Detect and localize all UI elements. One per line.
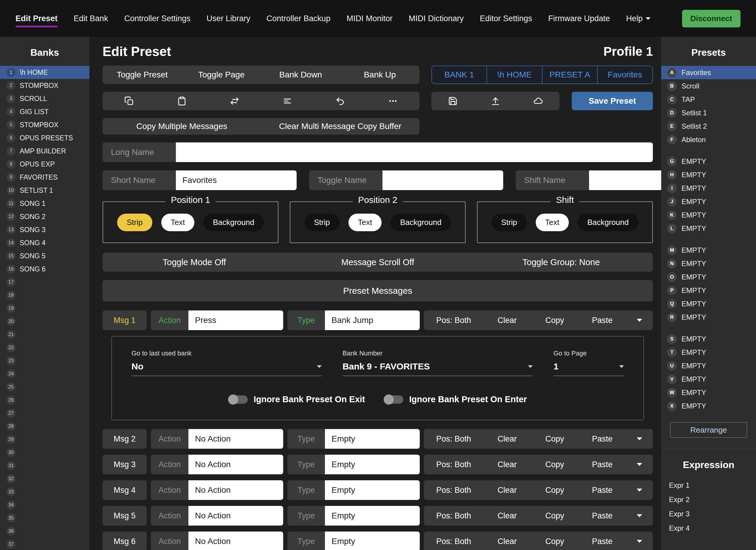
copy-button[interactable]: Copy (531, 480, 579, 500)
clear-button[interactable]: Clear (483, 506, 531, 526)
preset-item[interactable]: M EMPTY (661, 244, 756, 257)
collapse-message-button[interactable] (626, 310, 653, 330)
bank-item[interactable]: 1 \h HOME (0, 66, 89, 79)
paste-button[interactable]: Paste (578, 532, 626, 550)
bank-item[interactable]: 31 (0, 459, 89, 472)
bank-item[interactable]: 22 (0, 341, 89, 354)
bank-item[interactable]: 26 (0, 393, 89, 407)
copy-icon[interactable] (103, 92, 155, 110)
sort-icon[interactable] (261, 92, 314, 110)
preset-item[interactable]: C TAP (661, 93, 756, 106)
clear-button[interactable]: Clear (483, 455, 531, 474)
expand-message-button[interactable] (626, 455, 653, 474)
msg-label[interactable]: Msg 5 (103, 506, 147, 526)
save-icon[interactable] (431, 92, 474, 110)
nav-item[interactable]: User Library (207, 9, 250, 28)
preset-item[interactable]: E Setlist 2 (661, 120, 756, 133)
position-option-button[interactable]: Background (578, 214, 638, 231)
position-option-button[interactable]: Strip (304, 214, 339, 231)
msg-label[interactable]: Msg 6 (103, 532, 147, 550)
cloud-icon[interactable] (517, 92, 560, 110)
toggle-switch-off[interactable] (384, 395, 403, 404)
paste-button[interactable]: Paste (578, 429, 626, 449)
bank-item[interactable]: 33 (0, 485, 89, 498)
preset-item[interactable]: F Ableton (661, 133, 756, 146)
msg-label[interactable]: Msg 4 (103, 480, 147, 500)
shift-name-input[interactable] (589, 171, 661, 190)
bank-item[interactable]: 11 SONG 1 (0, 197, 89, 210)
copy-button[interactable]: Copy (531, 506, 579, 526)
short-name-input[interactable] (176, 171, 297, 190)
long-name-input[interactable] (176, 143, 653, 162)
bank-item[interactable]: 36 (0, 525, 89, 538)
bank-item[interactable]: 15 SONG 5 (0, 250, 89, 263)
bank-item[interactable]: 27 (0, 407, 89, 420)
copy-button[interactable]: Copy (531, 429, 579, 449)
bank-item[interactable]: 14 SONG 4 (0, 236, 89, 250)
expression-item[interactable]: Expr 3 (661, 507, 756, 521)
mode-button[interactable]: Toggle Group: None (470, 253, 653, 272)
breadcrumb-item[interactable]: \h HOME (487, 66, 542, 83)
expand-message-button[interactable] (626, 480, 653, 500)
bank-item[interactable]: 9 FAVORITES (0, 171, 89, 184)
breadcrumb-item[interactable]: BANK 1 (432, 66, 487, 83)
paste-button[interactable]: Paste (578, 455, 626, 474)
bank-item[interactable]: 17 (0, 275, 89, 289)
go-last-bank-select[interactable]: Go to last used bank No (131, 349, 322, 376)
pos-button[interactable]: Pos: Both (424, 480, 483, 500)
clear-button[interactable]: Clear (483, 532, 531, 550)
bank-item[interactable]: 20 (0, 315, 89, 328)
type-select[interactable]: Empty (325, 429, 420, 449)
preset-item[interactable]: P EMPTY (661, 283, 756, 297)
breadcrumb-item[interactable]: PRESET A (543, 66, 598, 83)
expand-message-button[interactable] (626, 532, 653, 550)
bank-item[interactable]: 18 (0, 289, 89, 302)
breadcrumb-item[interactable]: Favorites (598, 66, 652, 83)
action-select[interactable]: No Action (188, 455, 283, 474)
bank-item[interactable]: 8 OPUS EXP (0, 158, 89, 171)
type-select[interactable]: Empty (325, 532, 420, 550)
paste-icon[interactable] (155, 92, 208, 110)
copy-button[interactable]: Copy (531, 532, 579, 550)
save-preset-button[interactable]: Save Preset (572, 92, 653, 110)
bank-item[interactable]: 5 STOMPBOX (0, 118, 89, 131)
bank-item[interactable]: 37 (0, 538, 89, 550)
action-select[interactable]: Press (188, 310, 283, 330)
nav-item[interactable]: MIDI Monitor (346, 9, 393, 28)
preset-item[interactable]: I EMPTY (661, 182, 756, 195)
position-option-button[interactable]: Strip (117, 214, 152, 231)
bank-item[interactable]: 13 SONG 3 (0, 223, 89, 236)
expression-item[interactable]: Expr 1 (661, 478, 756, 492)
nav-item[interactable]: Controller Settings (124, 9, 190, 28)
nav-item[interactable]: Help (626, 9, 650, 28)
clear-button[interactable]: Clear (483, 310, 531, 330)
ignore-enter-toggle[interactable]: Ignore Bank Preset On Enter (384, 394, 527, 404)
position-option-button[interactable]: Text (161, 214, 195, 231)
copy-buffer-button[interactable]: Copy Multiple Messages (103, 118, 261, 135)
more-icon[interactable] (367, 92, 419, 110)
copy-button[interactable]: Copy (531, 310, 579, 330)
copy-buffer-button[interactable]: Clear Multi Message Copy Buffer (261, 118, 420, 135)
bank-item[interactable]: 3 SCROLL (0, 92, 89, 105)
clear-button[interactable]: Clear (483, 480, 531, 500)
toolbar-button[interactable]: Bank Down (261, 66, 340, 84)
bank-item[interactable]: 25 (0, 380, 89, 393)
copy-button[interactable]: Copy (531, 455, 579, 474)
action-select[interactable]: No Action (188, 480, 283, 500)
preset-item[interactable]: K EMPTY (661, 208, 756, 222)
bank-item[interactable]: 12 SONG 2 (0, 210, 89, 223)
msg-1-label[interactable]: Msg 1 (103, 310, 147, 330)
expression-item[interactable]: Expr 2 (661, 492, 756, 507)
bank-item[interactable]: 34 (0, 498, 89, 512)
preset-item[interactable]: S EMPTY (661, 332, 756, 345)
swap-icon[interactable] (208, 92, 261, 110)
preset-item[interactable]: T EMPTY (661, 345, 756, 359)
type-select[interactable]: Empty (325, 506, 420, 526)
mode-button[interactable]: Toggle Mode Off (103, 253, 286, 272)
go-to-page-select[interactable]: Go to Page 1 (554, 349, 624, 376)
paste-button[interactable]: Paste (578, 480, 626, 500)
preset-item[interactable]: Q EMPTY (661, 297, 756, 310)
pos-button[interactable]: Pos: Both (424, 310, 483, 330)
nav-item[interactable]: Editor Settings (480, 9, 532, 28)
pos-button[interactable]: Pos: Both (424, 455, 483, 474)
